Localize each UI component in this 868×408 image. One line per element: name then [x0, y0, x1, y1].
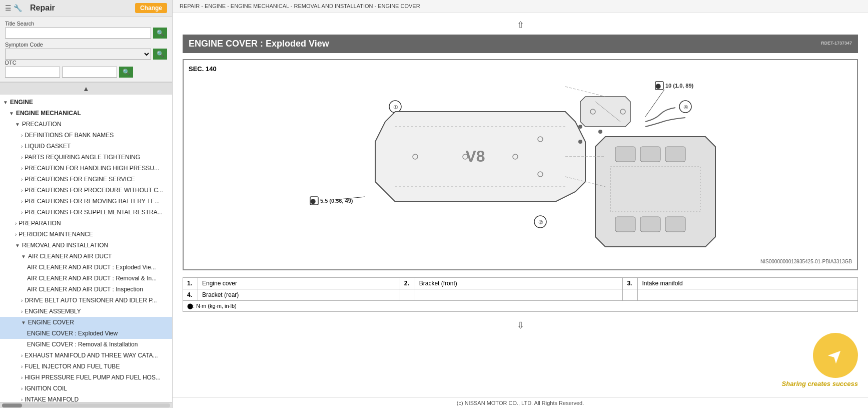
title-search-row: 🔍 [5, 28, 167, 39]
horizontal-scrollbar[interactable] [0, 402, 172, 408]
tree-item-19[interactable]: › ENGINE ASSEMBLY [0, 306, 172, 317]
tree-item-label: PERIODIC MAINTENANCE [19, 230, 93, 239]
svg-text:V8: V8 [465, 147, 485, 165]
engine-diagram: ⬤ 10 (1.0, 89) ⬤ 10 (1.0, 89) ⬤ 5.5 (0.5… [189, 77, 852, 257]
tree-item-label: AIR CLEANER AND AIR DUCT : Exploded Vie.… [27, 263, 156, 272]
search-area: Title Search 🔍 Symptom Code 🔍 DTC 🔍 [0, 17, 172, 82]
tree-item-24[interactable]: › FUEL INJECTOR AND FUEL TUBE [0, 361, 172, 372]
tree-item-11[interactable]: › PREPARATION [0, 218, 172, 229]
tree-item-7[interactable]: › PRECAUTIONS FOR ENGINE SERVICE [0, 174, 172, 185]
tree-item-12[interactable]: › PERIODIC MAINTENANCE [0, 229, 172, 240]
tree-item-27[interactable]: › INTAKE MANIFOLD [0, 394, 172, 402]
part-empty-1 [400, 289, 415, 301]
scrollbar-thumb[interactable] [2, 403, 22, 407]
footer: (c) NISSAN MOTOR CO., LTD. All Rights Re… [173, 397, 868, 408]
part-num-1: 1. [183, 278, 198, 289]
title-search-button[interactable]: 🔍 [153, 28, 167, 39]
tree-item-label: ENGINE COVER : Removal & Installation [27, 340, 138, 349]
tree-arrow-icon: › [21, 352, 23, 359]
svg-text:④: ④ [683, 104, 688, 110]
collapse-button[interactable]: ▲ [0, 82, 172, 95]
tree-item-1[interactable]: ▼ ENGINE MECHANICAL [0, 108, 172, 119]
tree-item-21[interactable]: ENGINE COVER : Exploded View [0, 328, 172, 339]
tree-item-label: HIGH PRESSURE FUEL PUMP AND FUEL HOS... [25, 373, 161, 382]
tree-item-label: PRECAUTIONS FOR PROCEDURE WITHOUT C... [25, 186, 163, 195]
svg-rect-37 [665, 217, 685, 232]
title-search-input[interactable] [5, 28, 151, 39]
tree-arrow-icon: › [21, 187, 23, 194]
tree-item-label: LIQUID GASKET [25, 142, 71, 151]
tree-item-10[interactable]: › PRECAUTIONS FOR SUPPLEMENTAL RESTRA... [0, 207, 172, 218]
tree-item-8[interactable]: › PRECAUTIONS FOR PROCEDURE WITHOUT C... [0, 185, 172, 196]
tree-item-label: EXHAUST MANIFOLD AND THREE WAY CATA... [25, 351, 158, 360]
svg-text:②: ② [538, 219, 543, 225]
part-name-4: Bracket (rear) [198, 289, 400, 301]
tree-item-5[interactable]: › PARTS REQUIRING ANGLE TIGHTENING [0, 152, 172, 163]
part-name-1: Engine cover [198, 278, 400, 289]
tree-item-4[interactable]: › LIQUID GASKET [0, 141, 172, 152]
tree-item-20[interactable]: ▼ ENGINE COVER [0, 317, 172, 328]
tree-arrow-icon: › [21, 385, 23, 392]
section-header: ENGINE COVER : Exploded View RDET-173734… [183, 35, 858, 53]
tree-arrow-icon: › [21, 374, 23, 381]
tree-item-9[interactable]: › PRECAUTIONS FOR REMOVING BATTERY TE... [0, 196, 172, 207]
diagram-caption: NIS0000000013935425-01-PBIA3313GB [189, 259, 852, 264]
tree-arrow-icon: › [15, 220, 17, 227]
tree-arrow-icon: › [21, 363, 23, 370]
nav-arrow-up[interactable]: ⇧ [183, 18, 858, 35]
tree-item-18[interactable]: › DRIVE BELT AUTO TENSIONER AND IDLER P.… [0, 295, 172, 306]
change-button[interactable]: Change [135, 3, 167, 13]
section-title: ENGINE COVER : Exploded View [189, 39, 329, 49]
tree-item-14[interactable]: ▼ AIR CLEANER AND AIR DUCT [0, 251, 172, 262]
tree-item-3[interactable]: › DEFINITIONS OF BANK NAMES [0, 130, 172, 141]
svg-rect-36 [640, 217, 660, 232]
tree-item-26[interactable]: › IGNITION COIL [0, 383, 172, 394]
tree-item-23[interactable]: › EXHAUST MANIFOLD AND THREE WAY CATA... [0, 350, 172, 361]
tree-arrow-icon: › [15, 231, 17, 238]
tree-item-25[interactable]: › HIGH PRESSURE FUEL PUMP AND FUEL HOS..… [0, 372, 172, 383]
svg-point-41 [578, 125, 582, 129]
tree-item-label: DEFINITIONS OF BANK NAMES [25, 131, 114, 140]
tree-item-label: PRECAUTION [22, 120, 62, 129]
down-arrow-icon: ⇩ [517, 320, 524, 330]
tree-item-6[interactable]: › PRECAUTION FOR HANDLING HIGH PRESSU... [0, 163, 172, 174]
part-num-4: 4. [183, 289, 198, 301]
collapse-arrow-icon: ▲ [83, 85, 90, 93]
part-num-2: 2. [400, 278, 415, 289]
tree-item-13[interactable]: ▼ REMOVAL AND INSTALLATION [0, 240, 172, 251]
diagram-box: SEC. 140 ⬤ 10 (1.0, 89) ⬤ 10 (1.0, 89) [183, 59, 858, 270]
nav-arrow-down[interactable]: ⇩ [183, 316, 858, 333]
part-empty-4 [638, 289, 858, 301]
part-num-3: 3. [623, 278, 638, 289]
section-id: RDET-1737347 [821, 41, 852, 46]
dtc-input-1[interactable] [5, 67, 60, 78]
tree-item-label: FUEL INJECTOR AND FUEL TUBE [25, 362, 120, 371]
search-icon: 🔍 [157, 30, 164, 37]
tree-item-label: DRIVE BELT AUTO TENSIONER AND IDLER P... [25, 296, 157, 305]
dtc-search-button[interactable]: 🔍 [119, 67, 133, 78]
tree-arrow-icon: ▼ [21, 319, 26, 326]
tree-arrow-icon: › [21, 176, 23, 183]
symptom-code-select[interactable] [5, 49, 151, 60]
tree-item-17[interactable]: AIR CLEANER AND AIR DUCT : Inspection [0, 284, 172, 295]
nav-tree[interactable]: ▼ ENGINE▼ ENGINE MECHANICAL▼ PRECAUTION›… [0, 95, 172, 402]
dtc-input-2[interactable] [62, 67, 117, 78]
tree-item-22[interactable]: ENGINE COVER : Removal & Installation [0, 339, 172, 350]
symptom-search-button[interactable]: 🔍 [153, 49, 167, 60]
svg-text:⬤: ⬤ [310, 198, 316, 204]
svg-rect-33 [640, 147, 660, 162]
sidebar-header: ☰ 🔧 Repair Change [0, 0, 172, 17]
tree-item-16[interactable]: AIR CLEANER AND AIR DUCT : Removal & In.… [0, 273, 172, 284]
tree-arrow-icon: ▼ [3, 99, 8, 106]
menu-icon[interactable]: ☰ [5, 4, 12, 12]
tree-item-2[interactable]: ▼ PRECAUTION [0, 119, 172, 130]
tree-arrow-icon: › [21, 165, 23, 172]
tree-arrow-icon: ▼ [9, 110, 14, 117]
tree-item-15[interactable]: AIR CLEANER AND AIR DUCT : Exploded Vie.… [0, 262, 172, 273]
tree-item-label: ENGINE COVER : Exploded View [27, 329, 118, 338]
tree-arrow-icon: › [21, 209, 23, 216]
content-area[interactable]: ⇧ ENGINE COVER : Exploded View RDET-1737… [173, 13, 868, 397]
title-search-label: Title Search [5, 21, 167, 27]
tree-item-0[interactable]: ▼ ENGINE [0, 97, 172, 108]
tree-item-label: PRECAUTION FOR HANDLING HIGH PRESSU... [25, 164, 159, 173]
